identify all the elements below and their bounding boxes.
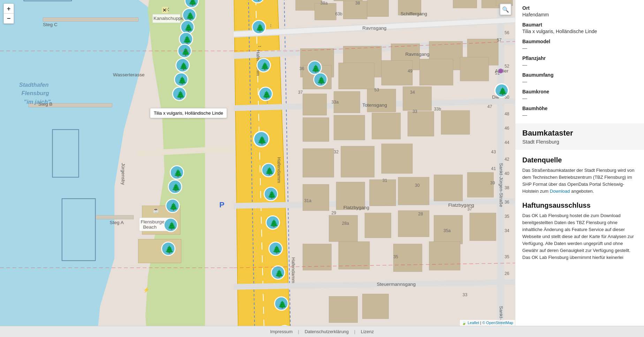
tree-marker[interactable]: 🌲 (181, 21, 194, 34)
svg-rect-67 (329, 296, 358, 322)
main-content: + − 🔍 (0, 0, 644, 326)
tree-marker[interactable]: 🌲 (257, 59, 270, 72)
ort-label: Ort (522, 5, 637, 11)
baumhoehe-section: Baumhöhe — (522, 106, 637, 118)
download-link[interactable]: Download (550, 189, 570, 194)
baummodel-section: Baummodel — (522, 39, 637, 51)
footer-sep-2: | (354, 329, 355, 334)
svg-rect-41 (460, 57, 489, 81)
svg-text:Steuermannsgang: Steuermannsgang (377, 282, 416, 287)
tree-marker[interactable]: 🌲 (173, 87, 186, 100)
svg-text:35a: 35a (444, 228, 451, 233)
tree-marker[interactable]: 🌲 (275, 297, 288, 310)
svg-text:46: 46 (505, 126, 509, 131)
tree-marker[interactable]: 🌲 (252, 21, 265, 34)
svg-text:38: 38 (355, 1, 360, 6)
tree-marker[interactable]: 🌲 (170, 166, 183, 179)
svg-text:33: 33 (463, 292, 468, 297)
svg-text:Flensburg: Flensburg (22, 90, 49, 96)
osm-link[interactable]: © OpenStreetMap (482, 321, 513, 325)
tree-marker[interactable]: 🌲 (162, 242, 175, 255)
svg-rect-40 (419, 59, 453, 85)
datenquelle-heading: Datenquelle (522, 156, 637, 164)
svg-text:44: 44 (505, 140, 509, 145)
svg-text:P: P (219, 200, 225, 209)
tree-marker[interactable]: 🌲 (269, 242, 282, 255)
svg-text:33b: 33b (434, 107, 441, 112)
svg-rect-25 (453, 0, 477, 8)
svg-text:35: 35 (393, 254, 398, 259)
svg-rect-50 (441, 110, 470, 134)
svg-text:"im jaich": "im jaich" (24, 99, 51, 105)
svg-text:🌲: 🌲 (311, 64, 320, 73)
svg-rect-4 (96, 215, 134, 219)
tree-marker[interactable]: 🌲 (266, 216, 279, 229)
baumart-value: Tilia x vulgaris, Holländische Linde (522, 29, 597, 34)
svg-text:Ravnsgang: Ravnsgang (405, 52, 429, 57)
svg-text:☕: ☕ (153, 207, 159, 213)
svg-text:🌲: 🌲 (172, 183, 181, 192)
svg-rect-64 (470, 213, 496, 240)
tree-marker[interactable]: 🌲 (259, 87, 272, 100)
tooltip-text: Tilia x vulgaris, Holländische Linde (154, 110, 223, 116)
svg-text:40: 40 (505, 171, 509, 176)
tree-marker[interactable]: 🌲 (314, 73, 327, 86)
svg-text:39: 39 (490, 181, 495, 185)
svg-text:Flatzbygang: Flatzbygang (448, 202, 474, 208)
svg-text:🌲: 🌲 (270, 219, 279, 228)
map-attribution: 🍃 Leaflet | © OpenStreetMap (460, 320, 515, 326)
svg-text:Ravnsgang: Ravnsgang (362, 25, 386, 31)
svg-text:🌲: 🌲 (260, 62, 270, 71)
svg-text:36: 36 (505, 200, 509, 205)
leaflet-flag: 🍃 (462, 321, 467, 325)
svg-text:🌲: 🌲 (178, 76, 187, 85)
svg-rect-54 (303, 184, 329, 210)
footer-lizenz-link[interactable]: Lizenz (361, 329, 374, 334)
svg-rect-53 (381, 144, 412, 174)
tree-marker[interactable]: 🌲 (183, 8, 196, 22)
pflanzjahr-value: — (522, 62, 527, 68)
svg-text:Stadthafen: Stadthafen (19, 82, 49, 88)
baumart-section: Baumart Tilia x vulgaris, Holländische L… (522, 22, 637, 35)
tree-marker[interactable]: 🌲 (271, 266, 285, 279)
svg-text:41: 41 (491, 166, 496, 171)
baumkataster-title: Baumkataster (522, 129, 637, 138)
search-map-button[interactable]: 🔍 (500, 3, 512, 15)
tree-marker[interactable]: 🌲 (168, 180, 182, 193)
baumhoehe-label: Baumhöhe (522, 106, 637, 111)
svg-text:38a: 38a (320, 1, 328, 6)
footer-datenschutz-link[interactable]: Datenschutzerklärung (305, 329, 349, 334)
svg-text:36: 36 (300, 66, 304, 71)
tree-marker[interactable]: 🌲 (164, 218, 177, 231)
tree-marker[interactable]: 🌲 (175, 73, 188, 86)
svg-text:28: 28 (418, 212, 423, 216)
svg-text:↕: ↕ (270, 22, 272, 28)
svg-text:↕: ↕ (257, 45, 263, 48)
tree-marker[interactable]: 🌲 (262, 163, 275, 177)
svg-rect-70 (429, 242, 460, 270)
svg-text:Jürgensby: Jürgensby (121, 163, 126, 185)
tree-marker[interactable]: 🌲 (264, 187, 278, 200)
svg-text:✕: ✕ (162, 8, 167, 13)
zoom-in-button[interactable]: + (4, 4, 14, 14)
baumumfang-label: Baumumfang (522, 72, 637, 78)
pflanzjahr-section: Pflanzjahr — (522, 55, 637, 68)
svg-text:49: 49 (408, 69, 412, 74)
tree-marker[interactable]: 🌲 (166, 199, 179, 212)
tree-marker[interactable]: 🌲 (176, 59, 189, 72)
svg-rect-68 (362, 294, 388, 319)
tree-marker[interactable]: 🌲 (308, 61, 321, 74)
baumkrone-value: — (522, 95, 527, 101)
svg-text:🌲: 🌲 (169, 202, 178, 211)
zoom-out-button[interactable]: − (4, 14, 14, 23)
svg-text:🌲: 🌲 (181, 47, 190, 56)
svg-rect-2 (43, 17, 138, 21)
leaflet-link[interactable]: Leaflet (468, 321, 479, 325)
map-container: + − 🔍 (0, 0, 515, 326)
baumart-label: Baumart (522, 22, 637, 28)
haftung-text: Das OK Lab Flensburg hostet die zum Down… (522, 212, 637, 261)
tree-marker[interactable]: 🌲 (495, 84, 508, 97)
footer-impressum-link[interactable]: Impressum (270, 329, 293, 334)
tree-marker[interactable]: 🌲 (179, 32, 192, 46)
tree-marker-selected[interactable]: 🌲 (254, 131, 269, 147)
